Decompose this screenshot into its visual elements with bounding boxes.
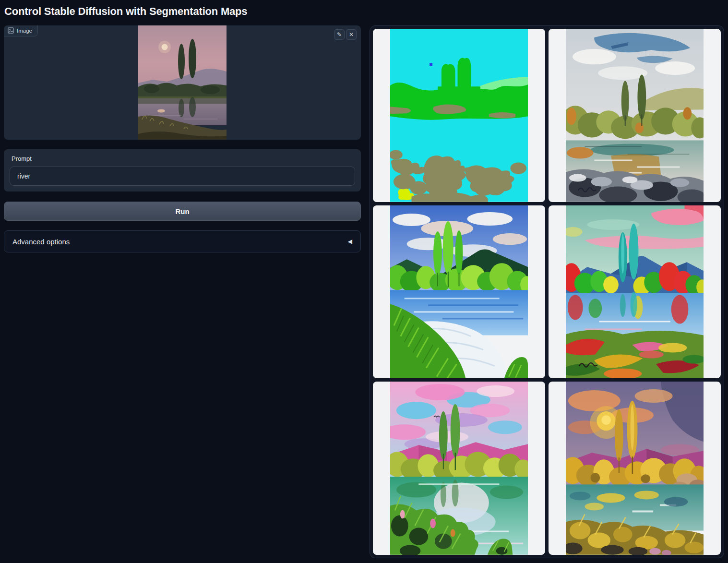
gallery-item-golden-sunset-river[interactable] — [549, 382, 721, 555]
prompt-label: Prompt — [12, 155, 355, 162]
gallery-item-expressionist-river[interactable] — [549, 205, 721, 379]
gallery-image-watercolor-river — [566, 29, 704, 202]
gallery-image-golden-sunset-river — [566, 382, 704, 555]
edit-image-button[interactable]: ✎ — [334, 29, 345, 40]
image-component-label: Image — [4, 25, 38, 36]
uploaded-image-preview — [4, 25, 361, 140]
edit-icon: ✎ — [337, 32, 342, 37]
advanced-options-accordion[interactable]: Advanced options ◀ — [4, 230, 361, 252]
gallery-item-watercolor-river[interactable] — [549, 29, 721, 202]
prompt-input[interactable] — [10, 167, 355, 186]
gallery-image-expressionist-river — [566, 205, 704, 379]
output-gallery — [370, 25, 724, 558]
main-layout: Image ✎ ✕ — [4, 25, 724, 558]
image-toolbar: ✎ ✕ — [334, 29, 357, 40]
prompt-block: Prompt — [4, 149, 361, 192]
image-label-text: Image — [17, 28, 32, 34]
gallery-item-segmentation-map[interactable] — [373, 29, 545, 202]
gallery-image-segmentation-map — [390, 29, 528, 202]
gallery-item-pink-sky-river[interactable] — [373, 382, 545, 555]
run-button[interactable]: Run — [4, 202, 361, 221]
clear-image-button[interactable]: ✕ — [346, 29, 357, 40]
left-column: Image ✎ ✕ — [4, 25, 361, 252]
advanced-options-label: Advanced options — [12, 238, 70, 246]
close-icon: ✕ — [349, 32, 354, 37]
uploaded-image — [138, 25, 227, 140]
page-title: Control Stable Diffusion with Segmentati… — [4, 5, 724, 18]
gallery-item-bright-oil-river[interactable] — [373, 205, 545, 379]
image-upload-component[interactable]: Image ✎ ✕ — [4, 25, 361, 140]
image-icon — [8, 27, 14, 34]
gallery-image-pink-sky-river — [390, 382, 528, 555]
gallery-image-bright-oil-river — [390, 205, 528, 379]
accordion-collapse-icon: ◀ — [348, 238, 352, 245]
